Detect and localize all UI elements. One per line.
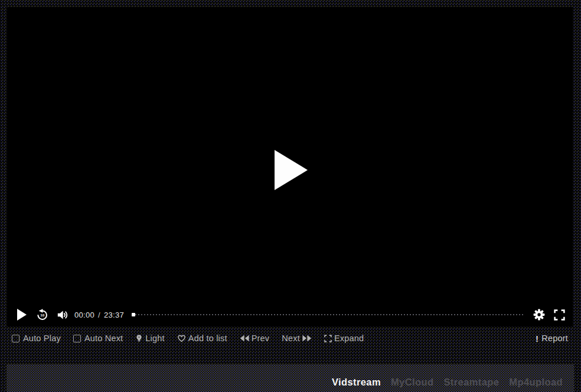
prev-label: Prev xyxy=(252,334,270,343)
add-to-list-button[interactable]: Add to list xyxy=(177,334,227,343)
server-tab-mycloud[interactable]: MyCloud xyxy=(391,377,433,388)
fullscreen-icon xyxy=(553,309,566,321)
auto-next-toggle[interactable]: Auto Next xyxy=(73,334,123,343)
exclamation-icon: ! xyxy=(536,334,538,344)
auto-next-checkbox-icon[interactable] xyxy=(73,335,81,342)
expand-icon xyxy=(324,335,332,342)
fullscreen-button[interactable] xyxy=(553,309,566,321)
light-toggle[interactable]: Light xyxy=(135,334,164,343)
big-play-icon[interactable] xyxy=(275,150,308,190)
light-label: Light xyxy=(145,334,164,343)
time-display: 00:00 / 23:37 xyxy=(74,311,124,319)
volume-icon xyxy=(56,308,69,322)
expand-label: Expand xyxy=(334,334,364,343)
server-tab-vidstream[interactable]: Vidstream xyxy=(332,377,381,388)
auto-play-label: Auto Play xyxy=(23,334,61,343)
progress-handle[interactable] xyxy=(132,313,135,316)
prev-icon xyxy=(240,335,249,342)
player-toolbar: Auto Play Auto Next Light Add to list Pr… xyxy=(8,329,573,348)
gear-icon xyxy=(533,309,545,321)
report-button[interactable]: ! Report xyxy=(536,334,568,344)
server-tab-mp4upload[interactable]: Mp4upload xyxy=(509,377,563,388)
progress-bar[interactable] xyxy=(132,312,524,317)
next-label: Next xyxy=(282,334,300,343)
next-icon xyxy=(302,335,312,342)
add-to-list-label: Add to list xyxy=(188,334,227,343)
auto-play-checkbox-icon[interactable] xyxy=(12,335,19,342)
bulb-icon xyxy=(135,334,143,342)
expand-button[interactable]: Expand xyxy=(324,334,364,343)
video-player[interactable]: 10 00:00 / 23:37 xyxy=(7,7,573,326)
report-label: Report xyxy=(541,334,568,343)
settings-button[interactable] xyxy=(533,309,545,321)
prev-episode-button[interactable]: Prev xyxy=(240,334,270,343)
auto-next-label: Auto Next xyxy=(84,334,123,343)
rewind-10-button[interactable]: 10 xyxy=(35,308,49,322)
server-tab-streamtape[interactable]: Streamtape xyxy=(443,377,499,388)
svg-text:10: 10 xyxy=(40,313,44,317)
volume-button[interactable] xyxy=(56,308,69,322)
current-time: 00:00 xyxy=(74,311,94,319)
auto-play-toggle[interactable]: Auto Play xyxy=(12,334,61,343)
next-episode-button[interactable]: Next xyxy=(282,334,312,343)
heart-icon xyxy=(177,334,186,342)
play-button[interactable] xyxy=(17,309,27,321)
time-separator: / xyxy=(98,311,100,319)
duration: 23:37 xyxy=(104,311,124,319)
server-tabs-panel: Vidstream MyCloud Streamtape Mp4upload xyxy=(6,364,574,392)
player-control-bar: 10 00:00 / 23:37 xyxy=(7,303,573,326)
rewind-10-icon: 10 xyxy=(35,308,49,322)
progress-track[interactable] xyxy=(135,314,524,315)
